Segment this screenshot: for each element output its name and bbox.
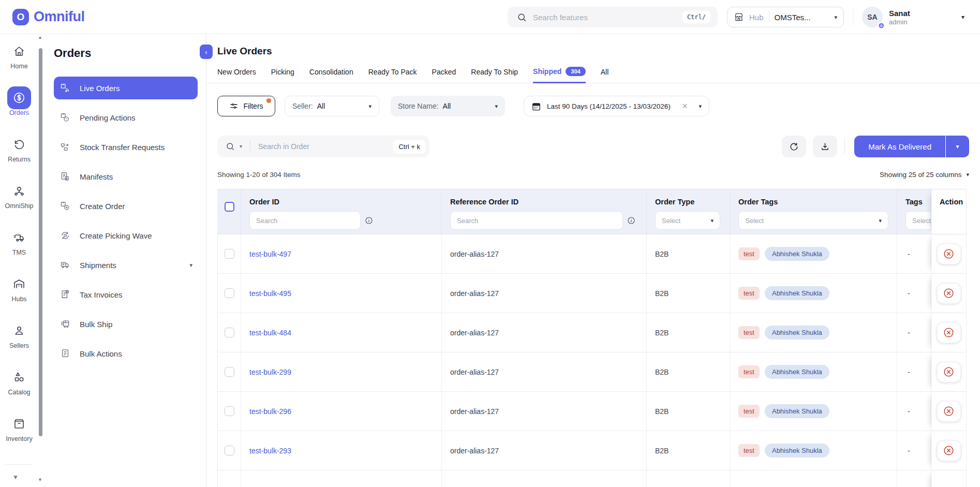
sidebar-item-tax-invoices[interactable]: Tax Invoices <box>54 283 198 306</box>
columns-selector[interactable]: Showing 25 of 25 columns ▾ <box>880 171 969 179</box>
rail-label: Home <box>10 63 27 70</box>
rail-item-orders[interactable]: Orders <box>0 91 38 116</box>
order-id-link[interactable]: test-bulk-296 <box>249 407 291 416</box>
chevron-down-icon[interactable]: ▾ <box>961 13 964 21</box>
rail-item-home[interactable]: Home <box>0 44 38 70</box>
row-checkbox[interactable] <box>225 328 234 337</box>
sidebar-item-pending-actions[interactable]: Pending Actions <box>54 106 198 129</box>
scrollbar-down-arrow[interactable]: ▼ <box>38 477 42 482</box>
cancel-order-button[interactable] <box>937 283 961 304</box>
tags-value: - <box>908 407 910 416</box>
tab-packed[interactable]: Packed <box>432 68 456 83</box>
sidebar-item-create-order[interactable]: Create Order <box>54 195 198 217</box>
store-name-filter[interactable]: Store Name: All ▾ <box>391 96 505 116</box>
reference-order-id-filter-input[interactable] <box>450 211 623 230</box>
rail-item-tms[interactable]: TMS <box>0 230 38 256</box>
refresh-button[interactable] <box>782 136 806 157</box>
tab-ready-to-ship[interactable]: Ready To Ship <box>471 68 518 83</box>
order-id-link[interactable]: test-bulk-495 <box>249 289 291 298</box>
tab-picking[interactable]: Picking <box>271 68 294 83</box>
sidebar-item-bulk-actions[interactable]: Bulk Actions <box>54 342 198 365</box>
order-id-link[interactable]: test-bulk-293 <box>249 447 291 455</box>
order-search-input[interactable] <box>258 142 389 151</box>
circled-x-icon <box>943 248 955 260</box>
sidebar-title: Orders <box>54 47 198 60</box>
table-header: Order ID Reference Order ID <box>217 189 967 234</box>
sidebar-item-manifests[interactable]: Manifests <box>54 165 198 188</box>
omniship-icon <box>7 180 31 202</box>
date-range-filter[interactable]: Last 90 Days (14/12/2025 - 13/03/2026) ✕… <box>524 96 709 116</box>
order-search[interactable]: ▾ Ctrl + k <box>217 136 429 157</box>
global-search[interactable]: Ctrl/ <box>508 7 718 27</box>
rail-item-returns[interactable]: Returns <box>0 137 38 163</box>
order-id-link[interactable]: test-bulk-484 <box>249 329 291 337</box>
header-order-type: Order Type Select ▾ <box>647 189 730 234</box>
global-search-input[interactable] <box>533 13 676 22</box>
tab-label: Ready To Ship <box>471 68 518 76</box>
sidebar-collapse-button[interactable]: ‹ <box>200 45 213 59</box>
rail-item-catalog[interactable]: Catalog <box>0 370 38 396</box>
row-checkbox[interactable] <box>225 406 234 416</box>
tab-all[interactable]: All <box>601 68 609 83</box>
info-icon[interactable] <box>627 216 635 225</box>
cancel-order-button[interactable] <box>937 322 961 343</box>
order-tag-badge: test <box>738 247 760 260</box>
hub-selector[interactable]: Hub OMSTes... ▾ <box>727 7 844 27</box>
order-id-filter-input[interactable] <box>249 211 361 230</box>
rail-label: Orders <box>9 109 29 116</box>
tab-shipped[interactable]: Shipped 304 <box>533 67 586 83</box>
row-checkbox[interactable] <box>225 288 234 298</box>
tags-select[interactable]: Select <box>905 211 931 230</box>
row-checkbox[interactable] <box>225 249 234 259</box>
order-type-select[interactable]: Select ▾ <box>655 211 720 230</box>
sidebar-item-live-orders[interactable]: Live Orders <box>54 77 198 99</box>
user-menu[interactable]: SA ⚙ Sanat admin <box>862 7 910 27</box>
select-all-checkbox[interactable] <box>225 202 234 212</box>
cancel-order-button[interactable] <box>937 362 961 382</box>
date-range-value: Last 90 Days (14/12/2025 - 13/03/2026) <box>547 102 671 110</box>
chevron-down-icon[interactable]: ▾ <box>189 262 192 269</box>
sidebar-item-create-picking-wave[interactable]: Create Picking Wave <box>54 224 198 247</box>
seller-filter[interactable]: Seller: All ▾ <box>285 96 379 116</box>
clear-date-icon[interactable]: ✕ <box>682 102 688 110</box>
rail-item-hubs[interactable]: Hubs <box>0 277 38 303</box>
tab-ready-to-pack[interactable]: Ready To Pack <box>368 68 417 83</box>
info-icon[interactable] <box>365 216 373 225</box>
sidebar-item-bulk-ship[interactable]: Bulk Ship <box>54 313 198 335</box>
mark-as-delivered-button[interactable]: Mark As Delivered <box>854 136 945 157</box>
tags-value: - <box>908 289 910 298</box>
download-button[interactable] <box>813 136 837 157</box>
store-icon <box>734 12 744 22</box>
row-checkbox[interactable] <box>225 446 234 455</box>
primary-button-dropdown[interactable]: ▾ <box>946 136 969 157</box>
chevron-down-icon[interactable]: ▾ <box>240 144 242 149</box>
column-title: Tags <box>905 197 931 207</box>
rail-item-sellers[interactable]: Sellers <box>0 323 38 349</box>
order-id-link[interactable]: test-bulk-497 <box>249 250 291 258</box>
cancel-order-button[interactable] <box>937 401 961 422</box>
cancel-order-button[interactable] <box>937 440 961 461</box>
scroll-down-icon[interactable]: ▼ <box>12 474 19 481</box>
cancel-order-button[interactable] <box>937 244 961 264</box>
scrollbar-thumb[interactable] <box>39 48 42 436</box>
column-title: Reference Order ID <box>450 197 638 207</box>
filters-button[interactable]: Filters <box>217 96 275 116</box>
tab-new-orders[interactable]: New Orders <box>217 68 256 83</box>
sidebar-item-shipments[interactable]: Shipments ▾ <box>54 254 198 276</box>
tab-consolidation[interactable]: Consolidation <box>309 68 353 83</box>
omniful-logo-text: Omniful <box>34 9 85 25</box>
order-tags-select[interactable]: Select ▾ <box>738 211 888 230</box>
row-checkbox[interactable] <box>225 367 234 377</box>
omniful-logo[interactable]: O Omniful <box>12 9 85 25</box>
sidebar-item-stock-transfer-requests[interactable]: Stock Transfer Requests <box>54 136 198 158</box>
divider <box>5 464 32 465</box>
box-icon <box>7 412 31 435</box>
rail-scrollbar[interactable]: ▲ ▼ <box>38 34 43 487</box>
table-row: test-bulk-497 order-alias-127 B2B test A… <box>217 234 967 274</box>
app-shell: Home Orders Returns OmniShip TMS <box>0 34 980 487</box>
rail-item-omniship[interactable]: OmniShip <box>0 184 38 210</box>
rail-item-inventory[interactable]: Inventory <box>0 417 38 442</box>
avatar-initials: SA <box>867 13 877 21</box>
order-id-link[interactable]: test-bulk-299 <box>249 368 291 376</box>
scrollbar-up-arrow[interactable]: ▲ <box>38 35 42 40</box>
